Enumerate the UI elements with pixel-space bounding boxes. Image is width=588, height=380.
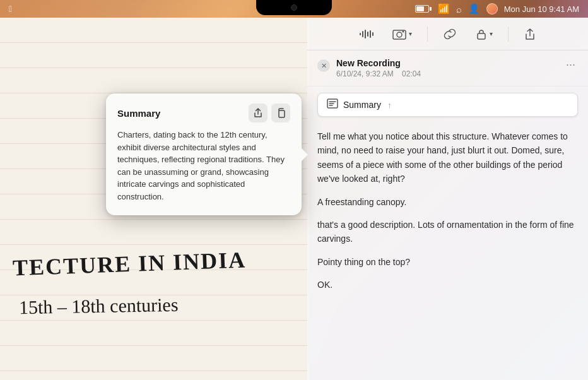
menubar-right: 📶 ⌕ 👤 Mon Jun 10 9:41 AM [415, 3, 579, 15]
waveform-button[interactable] [356, 26, 377, 42]
summary-popup-title: Summary [117, 108, 160, 119]
svg-rect-5 [370, 30, 371, 38]
share-button[interactable] [520, 25, 540, 43]
svg-rect-6 [372, 32, 373, 36]
svg-rect-1 [360, 33, 361, 35]
menubar-time: Mon Jun 10 9:41 AM [504, 4, 579, 14]
recording-name: New Recording [336, 58, 557, 68]
link-button[interactable] [439, 26, 461, 42]
summary-popup: Summary Charters, dating back to the 12t… [106, 93, 302, 215]
summary-popup-body: Charters, dating back to the 12th centur… [117, 129, 290, 203]
camera-dot [291, 4, 297, 11]
svg-rect-4 [367, 32, 368, 37]
wifi-icon: 📶 [438, 3, 450, 15]
recording-item: ✕ New Recording 6/10/24, 9:32 AM 02:04 ·… [307, 50, 588, 86]
recording-info: New Recording 6/10/24, 9:32 AM 02:04 [336, 58, 557, 78]
svg-point-8 [397, 32, 402, 37]
lock-button[interactable]: ▾ [472, 26, 497, 42]
voice-toolbar: ▾ ▾ [307, 18, 588, 50]
search-icon[interactable]: ⌕ [456, 4, 462, 15]
summary-generate-button[interactable]: Summary ↑ [317, 93, 578, 117]
voice-panel: ▾ ▾ ✕ New Recording [307, 18, 588, 380]
apple-icon[interactable]:  [9, 4, 12, 14]
svg-rect-3 [365, 30, 366, 39]
toolbar-divider-2 [508, 27, 509, 42]
summary-popup-header: Summary [117, 104, 290, 122]
transcript-para-0: Tell me what you notice about this struc… [317, 129, 578, 186]
camera-notch [256, 0, 332, 15]
recording-close-button[interactable]: ✕ [317, 59, 330, 72]
notebook-subheading: 15th – 18th centuries [19, 294, 179, 318]
battery-icon [415, 5, 432, 13]
summary-button-label: Summary [343, 100, 381, 110]
avatar-icon[interactable] [486, 3, 498, 15]
menubar-left:  [9, 4, 12, 14]
recording-meta: 6/10/24, 9:32 AM 02:04 [336, 69, 557, 78]
recording-more-button[interactable]: ··· [563, 58, 578, 71]
toolbar-divider-1 [427, 27, 428, 42]
summary-btn-icon [327, 98, 338, 111]
transcript-para-2: that's a good description. Lots of ornam… [317, 218, 578, 246]
transcript-para-3: Pointy thing on the top? [317, 255, 578, 269]
summary-actions [249, 104, 290, 122]
svg-rect-10 [478, 33, 485, 39]
transcript-content: Tell me what you notice about this struc… [307, 122, 588, 380]
user-icon[interactable]: 👤 [468, 3, 480, 15]
summary-copy-button[interactable] [271, 104, 290, 122]
svg-rect-2 [362, 31, 363, 37]
svg-point-9 [402, 30, 404, 32]
photo-button[interactable]: ▾ [389, 26, 416, 42]
svg-rect-0 [279, 110, 285, 117]
transcript-para-1: A freestanding canopy. [317, 195, 578, 209]
transcript-para-4: OK. [317, 278, 578, 292]
summary-share-button[interactable] [249, 104, 268, 122]
